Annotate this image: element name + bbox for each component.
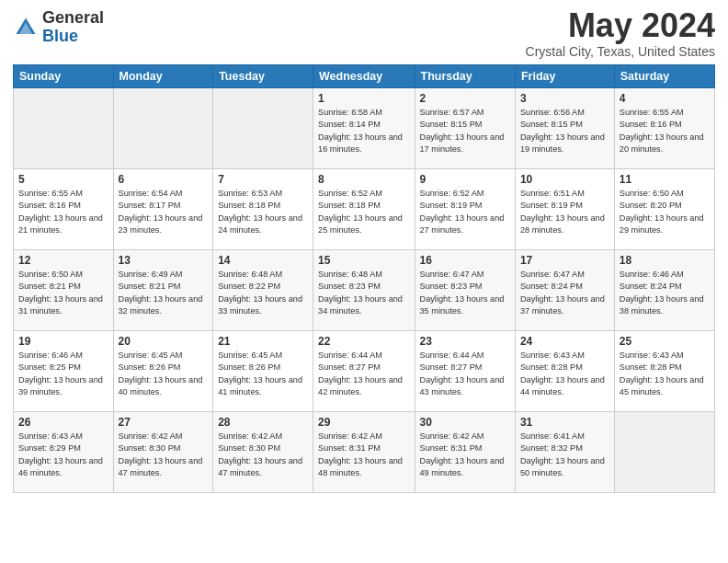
day-info: Sunrise: 6:45 AM Sunset: 8:26 PM Dayligh… xyxy=(218,350,308,398)
calendar-cell xyxy=(614,412,714,493)
day-number: 27 xyxy=(119,416,209,429)
calendar-cell: 12Sunrise: 6:50 AM Sunset: 8:21 PM Dayli… xyxy=(14,250,114,331)
day-info: Sunrise: 6:42 AM Sunset: 8:30 PM Dayligh… xyxy=(119,431,209,479)
day-number: 15 xyxy=(318,254,409,267)
day-number: 3 xyxy=(520,92,609,105)
calendar-cell xyxy=(14,88,114,169)
day-info: Sunrise: 6:53 AM Sunset: 8:18 PM Dayligh… xyxy=(218,188,308,236)
day-number: 4 xyxy=(620,92,710,105)
day-info: Sunrise: 6:43 AM Sunset: 8:29 PM Dayligh… xyxy=(18,431,108,479)
day-info: Sunrise: 6:50 AM Sunset: 8:21 PM Dayligh… xyxy=(18,269,108,317)
calendar-cell: 30Sunrise: 6:42 AM Sunset: 8:31 PM Dayli… xyxy=(415,412,515,493)
calendar-cell: 2Sunrise: 6:57 AM Sunset: 8:15 PM Daylig… xyxy=(415,88,515,169)
day-info: Sunrise: 6:52 AM Sunset: 8:19 PM Dayligh… xyxy=(420,188,510,236)
calendar-cell: 24Sunrise: 6:43 AM Sunset: 8:28 PM Dayli… xyxy=(515,331,614,412)
calendar-cell: 4Sunrise: 6:55 AM Sunset: 8:16 PM Daylig… xyxy=(614,88,714,169)
day-number: 1 xyxy=(318,92,409,105)
day-info: Sunrise: 6:44 AM Sunset: 8:27 PM Dayligh… xyxy=(420,350,510,398)
calendar-cell xyxy=(113,88,213,169)
day-number: 14 xyxy=(218,254,308,267)
calendar-cell: 19Sunrise: 6:46 AM Sunset: 8:25 PM Dayli… xyxy=(14,331,114,412)
calendar-cell: 8Sunrise: 6:52 AM Sunset: 8:18 PM Daylig… xyxy=(313,169,415,250)
calendar-header-thursday: Thursday xyxy=(415,65,515,88)
calendar-cell xyxy=(213,88,313,169)
calendar-cell: 27Sunrise: 6:42 AM Sunset: 8:30 PM Dayli… xyxy=(113,412,213,493)
day-number: 12 xyxy=(18,254,108,267)
logo-icon xyxy=(13,15,39,40)
day-number: 2 xyxy=(420,92,510,105)
calendar-week-4: 19Sunrise: 6:46 AM Sunset: 8:25 PM Dayli… xyxy=(14,331,715,412)
logo-text: General Blue xyxy=(42,9,104,46)
day-number: 5 xyxy=(18,173,108,186)
calendar-cell: 3Sunrise: 6:56 AM Sunset: 8:15 PM Daylig… xyxy=(515,88,614,169)
day-number: 28 xyxy=(218,416,308,429)
calendar-cell: 7Sunrise: 6:53 AM Sunset: 8:18 PM Daylig… xyxy=(213,169,313,250)
calendar-week-2: 5Sunrise: 6:55 AM Sunset: 8:16 PM Daylig… xyxy=(14,169,715,250)
calendar-cell: 28Sunrise: 6:42 AM Sunset: 8:30 PM Dayli… xyxy=(213,412,313,493)
day-info: Sunrise: 6:48 AM Sunset: 8:22 PM Dayligh… xyxy=(218,269,308,317)
calendar-table: SundayMondayTuesdayWednesdayThursdayFrid… xyxy=(13,64,715,493)
location: Crystal City, Texas, United States xyxy=(526,44,715,59)
calendar-week-5: 26Sunrise: 6:43 AM Sunset: 8:29 PM Dayli… xyxy=(14,412,715,493)
calendar-cell: 29Sunrise: 6:42 AM Sunset: 8:31 PM Dayli… xyxy=(313,412,415,493)
day-number: 19 xyxy=(18,335,108,348)
day-number: 21 xyxy=(218,335,308,348)
calendar-cell: 1Sunrise: 6:58 AM Sunset: 8:14 PM Daylig… xyxy=(313,88,415,169)
calendar-cell: 21Sunrise: 6:45 AM Sunset: 8:26 PM Dayli… xyxy=(213,331,313,412)
day-number: 10 xyxy=(520,173,609,186)
day-number: 8 xyxy=(318,173,409,186)
day-info: Sunrise: 6:41 AM Sunset: 8:32 PM Dayligh… xyxy=(520,431,609,479)
day-info: Sunrise: 6:46 AM Sunset: 8:25 PM Dayligh… xyxy=(18,350,108,398)
calendar-header-sunday: Sunday xyxy=(14,65,114,88)
day-info: Sunrise: 6:54 AM Sunset: 8:17 PM Dayligh… xyxy=(119,188,209,236)
calendar-cell: 22Sunrise: 6:44 AM Sunset: 8:27 PM Dayli… xyxy=(313,331,415,412)
logo: General Blue xyxy=(13,9,104,46)
day-info: Sunrise: 6:43 AM Sunset: 8:28 PM Dayligh… xyxy=(620,350,710,398)
day-number: 13 xyxy=(119,254,209,267)
day-number: 31 xyxy=(520,416,609,429)
day-info: Sunrise: 6:55 AM Sunset: 8:16 PM Dayligh… xyxy=(18,188,108,236)
calendar-header-wednesday: Wednesday xyxy=(313,65,415,88)
day-number: 22 xyxy=(318,335,409,348)
calendar-cell: 9Sunrise: 6:52 AM Sunset: 8:19 PM Daylig… xyxy=(415,169,515,250)
calendar-cell: 5Sunrise: 6:55 AM Sunset: 8:16 PM Daylig… xyxy=(14,169,114,250)
calendar-cell: 16Sunrise: 6:47 AM Sunset: 8:23 PM Dayli… xyxy=(415,250,515,331)
day-info: Sunrise: 6:46 AM Sunset: 8:24 PM Dayligh… xyxy=(620,269,710,317)
day-info: Sunrise: 6:51 AM Sunset: 8:19 PM Dayligh… xyxy=(520,188,609,236)
day-number: 18 xyxy=(620,254,710,267)
day-info: Sunrise: 6:43 AM Sunset: 8:28 PM Dayligh… xyxy=(520,350,609,398)
calendar-cell: 17Sunrise: 6:47 AM Sunset: 8:24 PM Dayli… xyxy=(515,250,614,331)
day-info: Sunrise: 6:56 AM Sunset: 8:15 PM Dayligh… xyxy=(520,107,609,155)
day-info: Sunrise: 6:45 AM Sunset: 8:26 PM Dayligh… xyxy=(119,350,209,398)
calendar-cell: 31Sunrise: 6:41 AM Sunset: 8:32 PM Dayli… xyxy=(515,412,614,493)
calendar-cell: 15Sunrise: 6:48 AM Sunset: 8:23 PM Dayli… xyxy=(313,250,415,331)
calendar-cell: 6Sunrise: 6:54 AM Sunset: 8:17 PM Daylig… xyxy=(113,169,213,250)
day-number: 24 xyxy=(520,335,609,348)
day-number: 30 xyxy=(420,416,510,429)
day-info: Sunrise: 6:52 AM Sunset: 8:18 PM Dayligh… xyxy=(318,188,409,236)
calendar-cell: 25Sunrise: 6:43 AM Sunset: 8:28 PM Dayli… xyxy=(614,331,714,412)
day-info: Sunrise: 6:50 AM Sunset: 8:20 PM Dayligh… xyxy=(620,188,710,236)
day-number: 25 xyxy=(620,335,710,348)
calendar-cell: 23Sunrise: 6:44 AM Sunset: 8:27 PM Dayli… xyxy=(415,331,515,412)
calendar-cell: 26Sunrise: 6:43 AM Sunset: 8:29 PM Dayli… xyxy=(14,412,114,493)
day-info: Sunrise: 6:47 AM Sunset: 8:23 PM Dayligh… xyxy=(420,269,510,317)
calendar-header-friday: Friday xyxy=(515,65,614,88)
day-number: 6 xyxy=(119,173,209,186)
day-info: Sunrise: 6:44 AM Sunset: 8:27 PM Dayligh… xyxy=(318,350,409,398)
day-number: 29 xyxy=(318,416,409,429)
calendar-header-monday: Monday xyxy=(113,65,213,88)
calendar-cell: 13Sunrise: 6:49 AM Sunset: 8:21 PM Dayli… xyxy=(113,250,213,331)
header-right: May 2024 Crystal City, Texas, United Sta… xyxy=(526,9,715,59)
day-number: 9 xyxy=(420,173,510,186)
day-info: Sunrise: 6:42 AM Sunset: 8:30 PM Dayligh… xyxy=(218,431,308,479)
day-info: Sunrise: 6:55 AM Sunset: 8:16 PM Dayligh… xyxy=(620,107,710,155)
day-info: Sunrise: 6:49 AM Sunset: 8:21 PM Dayligh… xyxy=(119,269,209,317)
calendar-cell: 11Sunrise: 6:50 AM Sunset: 8:20 PM Dayli… xyxy=(614,169,714,250)
day-info: Sunrise: 6:58 AM Sunset: 8:14 PM Dayligh… xyxy=(318,107,409,155)
calendar-cell: 20Sunrise: 6:45 AM Sunset: 8:26 PM Dayli… xyxy=(113,331,213,412)
day-info: Sunrise: 6:42 AM Sunset: 8:31 PM Dayligh… xyxy=(420,431,510,479)
calendar-cell: 18Sunrise: 6:46 AM Sunset: 8:24 PM Dayli… xyxy=(614,250,714,331)
month-title: May 2024 xyxy=(526,9,715,42)
day-number: 20 xyxy=(119,335,209,348)
